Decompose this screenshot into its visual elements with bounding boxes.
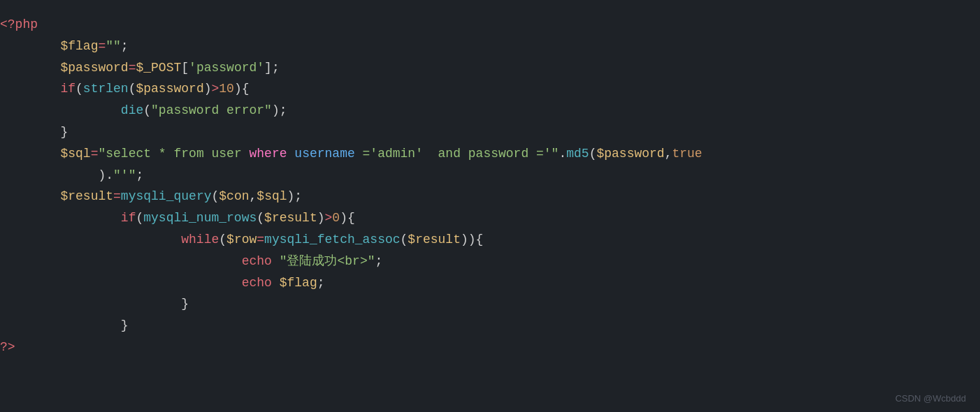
watermark: CSDN @Wcbddd	[895, 393, 966, 404]
line-result: $result = mysqli_query ( $con , $sql );	[0, 186, 980, 207]
line-php-close: ?>	[0, 337, 980, 358]
line-sql1: $sql = "select * from user where usernam…	[0, 143, 980, 165]
line-password: $password = $_POST [ 'password' ];	[0, 57, 980, 79]
code-block: <?php $flag = "" ; $password = $_POST [ …	[0, 0, 980, 372]
php-close-tag: ?>	[0, 337, 15, 358]
php-open-tag: <?php	[0, 15, 38, 35]
line-echo2: echo $flag ;	[0, 272, 980, 294]
line-if-numrows: if ( mysqli_num_rows ( $result ) > 0 ){	[0, 207, 980, 229]
line-brace2: }	[0, 293, 980, 315]
line-brace1: }	[0, 122, 980, 143]
line-brace3: }	[0, 315, 980, 337]
line-flag: $flag = "" ;	[0, 36, 980, 57]
line-sql2: ). "'" ;	[0, 165, 980, 186]
line-echo1: echo "登陆成功<br>" ;	[0, 251, 980, 272]
line-if-strlen: if ( strlen ( $password ) > 10 ){	[0, 78, 980, 100]
line-while: while ( $row = mysqli_fetch_assoc ( $res…	[0, 229, 980, 251]
line-die: die ( "password error" );	[0, 100, 980, 122]
line-php-open: <?php	[0, 14, 980, 36]
